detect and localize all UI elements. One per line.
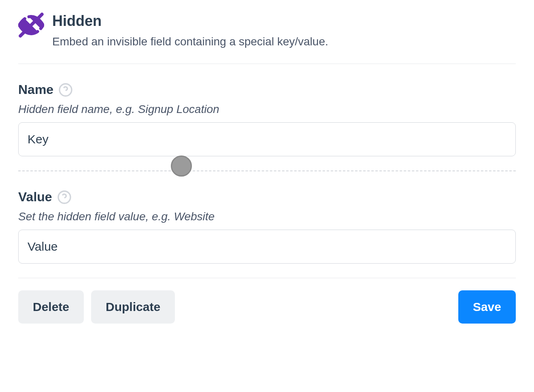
value-label: Value: [18, 190, 52, 205]
header-text: Hidden Embed an invisible field containi…: [52, 12, 516, 49]
name-input[interactable]: [18, 122, 516, 156]
header-section: Hidden Embed an invisible field containi…: [18, 12, 516, 64]
name-label: Name: [18, 82, 53, 97]
help-icon[interactable]: [57, 190, 72, 205]
header-description: Embed an invisible field containing a sp…: [52, 34, 516, 49]
value-hint: Set the hidden field value, e.g. Website: [18, 210, 516, 223]
duplicate-button[interactable]: Duplicate: [91, 290, 175, 324]
hidden-eye-icon: [18, 12, 44, 38]
save-button[interactable]: Save: [458, 290, 516, 324]
value-label-row: Value: [18, 190, 516, 205]
value-input[interactable]: [18, 230, 516, 264]
header-title: Hidden: [52, 12, 516, 30]
name-hint: Hidden field name, e.g. Signup Location: [18, 103, 516, 116]
name-field-section: Name Hidden field name, e.g. Signup Loca…: [18, 64, 516, 170]
help-icon[interactable]: [58, 83, 73, 97]
value-field-section: Value Set the hidden field value, e.g. W…: [18, 171, 516, 278]
name-label-row: Name: [18, 82, 516, 97]
footer-actions: Delete Duplicate Save: [18, 278, 516, 324]
delete-button[interactable]: Delete: [18, 290, 84, 324]
